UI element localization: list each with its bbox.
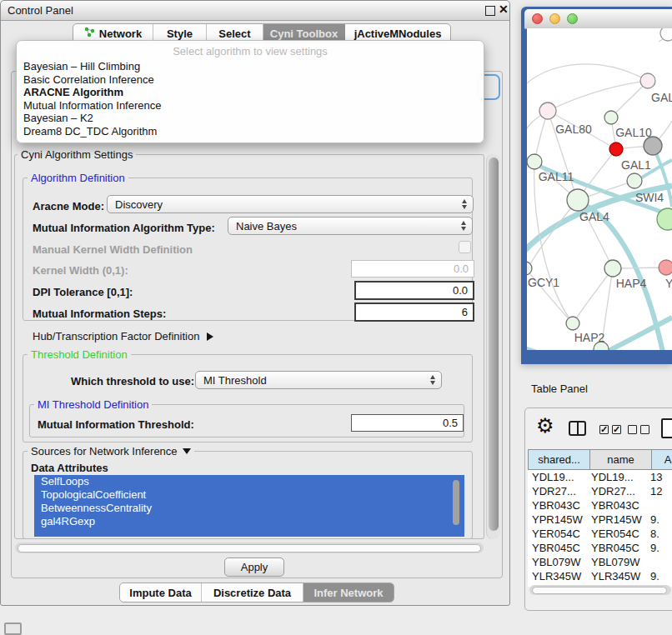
combo-stepper-icon[interactable] — [461, 221, 466, 231]
tab-impute-data-label: Impute Data — [129, 587, 191, 599]
data-attributes-label: Data Attributes — [31, 462, 108, 474]
algorithm-option[interactable]: Bayesian – Hill Climbing — [17, 60, 484, 73]
combo-stepper-icon[interactable] — [462, 199, 467, 209]
table-cell: YDR27... — [587, 485, 646, 498]
manual-kernel-width-checkbox[interactable] — [459, 241, 471, 253]
algorithm-option[interactable]: Dream8 DC_TDC Algorithm — [17, 125, 484, 138]
column-header-shared-name[interactable]: shared... — [528, 449, 590, 470]
mi-threshold-field[interactable]: 0.5 — [351, 414, 464, 432]
algorithm-option[interactable]: Basic Correlation Inference — [17, 73, 484, 87]
table-panel-title: Table Panel — [531, 382, 588, 395]
tab-impute-data[interactable]: Impute Data — [120, 583, 202, 602]
apply-button[interactable]: Apply — [224, 558, 284, 577]
top-partial-node[interactable] — [660, 28, 672, 41]
table-row[interactable]: YBR043CYBR043C — [528, 498, 672, 512]
gal10-node[interactable] — [604, 111, 618, 124]
tab-discretize-data[interactable]: Discretize Data — [202, 583, 303, 602]
cyni-algorithm-settings-legend: Cyni Algorithm Settings — [18, 148, 136, 161]
table-row[interactable]: YBL079WYBL079W — [528, 555, 672, 569]
gal4-node[interactable] — [567, 189, 589, 211]
column-header-partial[interactable]: A — [651, 449, 672, 470]
network-icon — [84, 27, 95, 40]
float-window-icon[interactable] — [485, 6, 495, 16]
table-cell: 9. — [646, 513, 672, 526]
list-item[interactable]: BetweennessCentrality — [34, 502, 464, 515]
table-rows: YDL19...YDL19...13YDR27...YDR27...12YBR0… — [528, 470, 672, 587]
aracne-mode-select[interactable]: Discovery — [107, 195, 474, 213]
list-scrollbar-thumb[interactable] — [453, 480, 459, 525]
list-item[interactable]: SelfLoops — [34, 475, 464, 488]
gal-pink-node[interactable] — [640, 73, 655, 88]
which-threshold-select[interactable]: MI Threshold — [195, 371, 442, 389]
table-row[interactable]: YDL19...YDL19...13 — [528, 470, 672, 484]
screen: Control Panel ✕ Network Style — [0, 0, 672, 635]
algorithm-option[interactable]: Bayesian – K2 — [17, 112, 484, 125]
sources-legend-toggle[interactable]: Sources for Network Inference — [28, 445, 194, 458]
select-all-columns-icon[interactable]: ✓ ✓ — [599, 425, 621, 434]
settings-hscrollbar[interactable] — [15, 542, 484, 553]
gcy1-node[interactable] — [527, 262, 532, 275]
collapsed-panel-button[interactable] — [4, 622, 22, 635]
network-edge — [534, 162, 573, 323]
network-edge — [528, 200, 578, 268]
table-panel: ⚙ ✓ ✓ shared... name A YDL19...YDL19...1… — [524, 408, 672, 611]
threshold-definition-legend: Threshold Definition — [28, 348, 131, 361]
table-cell: YBL079W — [528, 556, 587, 568]
hub-transcription-factor-toggle[interactable]: Hub/Transcription Factor Definition — [33, 330, 213, 342]
hap2-node[interactable] — [566, 317, 579, 330]
aracne-mode-value: Discovery — [115, 198, 163, 211]
zoom-traffic-light[interactable] — [567, 13, 578, 24]
deselect-all-columns-icon[interactable] — [628, 425, 649, 434]
gal80-node[interactable] — [539, 102, 556, 119]
node-table: shared... name A YDL19...YDL19...13YDR27… — [528, 449, 672, 587]
mi-threshold-label: Mutual Information Threshold: — [38, 418, 194, 431]
salmon-node[interactable] — [659, 260, 672, 275]
close-traffic-light[interactable] — [532, 13, 543, 24]
kernel-width-field[interactable]: 0.0 — [351, 260, 474, 278]
mi-steps-field[interactable]: 6 — [354, 302, 474, 322]
algorithm-option[interactable]: Mutual Information Inference — [17, 99, 484, 112]
export-table-icon[interactable] — [661, 418, 672, 438]
cyni-bottom-tabbar: Impute Data Discretize Data Infer Networ… — [119, 582, 394, 602]
gal11-node[interactable] — [527, 154, 542, 169]
table-row[interactable]: YDR27...YDR27...12 — [528, 484, 672, 498]
data-attributes-list: SelfLoops TopologicalCoefficient Between… — [34, 475, 464, 537]
settings-vscrollbar-thumb[interactable] — [489, 158, 499, 531]
expand-right-icon — [207, 332, 213, 341]
settings-hscrollbar-thumb[interactable] — [18, 544, 481, 552]
list-item[interactable]: gal4RGexp — [34, 515, 464, 528]
network-canvas[interactable]: GALGAL80GAL10GAL1SWI4GAL11GAL4GCY1HAP4YH… — [527, 28, 672, 350]
table-row[interactable]: YER054CYER054C8. — [528, 527, 672, 541]
minimize-traffic-light[interactable] — [549, 13, 560, 24]
table-row[interactable]: YBR045CYBR045C9. — [528, 541, 672, 555]
table-cell: YDR27... — [528, 485, 587, 498]
combo-stepper-icon[interactable] — [430, 375, 435, 385]
network-edge — [527, 64, 648, 83]
table-row[interactable]: YPR145WYPR145W9. — [528, 512, 672, 527]
list-item[interactable]: TopologicalCoefficient — [34, 488, 464, 502]
table-row[interactable]: YLR345WYLR345W9. — [528, 569, 672, 583]
node-label: GAL80 — [555, 122, 592, 136]
swi4-node[interactable] — [627, 173, 642, 188]
mi-algorithm-type-select[interactable]: Naive Bayes — [228, 217, 473, 235]
close-icon[interactable]: ✕ — [499, 2, 509, 16]
split-columns-icon[interactable] — [569, 421, 586, 436]
checked-box-icon: ✓ — [599, 425, 609, 434]
table-hscrollbar-thumb[interactable] — [532, 587, 667, 594]
node-label: GAL10 — [615, 126, 652, 139]
dpi-tolerance-field[interactable]: 0.0 — [354, 281, 474, 300]
tab-infer-network[interactable]: Infer Network — [303, 583, 394, 602]
table-hscrollbar[interactable] — [529, 585, 671, 595]
gear-icon[interactable]: ⚙ — [536, 416, 554, 436]
algorithm-definition-legend: Algorithm Definition — [28, 172, 128, 184]
network-window-titlebar[interactable] — [524, 9, 672, 29]
which-threshold-label: Which threshold to use: — [71, 375, 194, 388]
gray-node[interactable] — [644, 137, 662, 155]
algorithm-option-selected[interactable]: ARACNE Algorithm — [17, 86, 484, 99]
gal1-node[interactable] — [609, 142, 623, 156]
column-header-name[interactable]: name — [589, 449, 652, 470]
mi-threshold-definition-legend: MI Threshold Definition — [34, 398, 152, 411]
node-label: GCY1 — [528, 276, 559, 289]
settings-vscrollbar[interactable] — [486, 154, 500, 539]
hap4-node[interactable] — [604, 260, 621, 277]
